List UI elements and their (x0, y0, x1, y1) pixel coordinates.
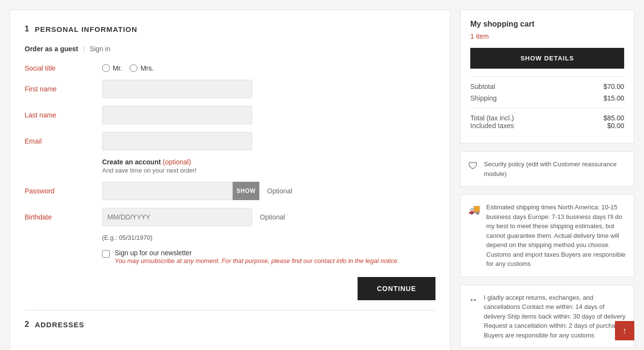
show-details-button[interactable]: SHOW DETAILS (470, 48, 624, 69)
continue-button[interactable]: CONTINUE (358, 277, 435, 300)
cart-totals: Subtotal $70.00 Shipping $15.00 Total (t… (470, 76, 624, 130)
social-title-options: Mr. Mrs. (102, 64, 154, 72)
password-optional-label: Optional (267, 187, 292, 195)
show-password-button[interactable]: SHOW (233, 182, 259, 200)
birthdate-label: Birthdate (25, 213, 102, 221)
step1-number: 1 (25, 25, 29, 33)
shipping-policy-card: 🚚 Estimated shipping times North America… (460, 194, 634, 277)
first-name-label: First name (25, 85, 102, 93)
step1-title: PERSONAL INFORMATION (35, 25, 137, 33)
mr-label: Mr. (113, 64, 122, 72)
mr-radio[interactable] (102, 64, 110, 72)
password-row: Password SHOW Optional (25, 182, 435, 200)
email-row: Email (25, 132, 435, 150)
truck-icon: 🚚 (468, 204, 480, 215)
last-name-row: Last name (25, 106, 435, 124)
security-policy-card: 🛡 Security policy (edit with Customer re… (460, 151, 634, 187)
cart-title: My shopping cart (470, 20, 624, 29)
security-policy-text: Security policy (edit with Customer reas… (484, 160, 626, 178)
total-value: $85.00 (603, 114, 624, 122)
shipping-value: $15.00 (603, 94, 624, 102)
shipping-row: Shipping $15.00 (470, 94, 624, 102)
birthdate-hint: (E.g.: 05/31/1970) (102, 234, 435, 241)
password-wrapper: SHOW (102, 182, 259, 200)
arrows-icon: ↔ (468, 294, 478, 305)
shield-icon: 🛡 (468, 160, 478, 172)
email-input[interactable] (102, 132, 252, 150)
create-account-title: Create an account (optional) (102, 158, 191, 166)
returns-policy-card: ↔ I gladly accept returns, exchanges, an… (460, 285, 634, 349)
sidebar: My shopping cart 1 item SHOW DETAILS Sub… (460, 10, 634, 350)
create-account-title-text: Create an account (102, 158, 161, 166)
subtotal-row: Subtotal $70.00 (470, 83, 624, 90)
step1-header: 1 PERSONAL INFORMATION (25, 25, 435, 33)
create-account-subtitle: And save time on your next order! (102, 167, 435, 174)
newsletter-row: Sign up for our newsletter You may unsub… (102, 249, 435, 265)
create-account-optional: (optional) (163, 158, 191, 166)
mrs-option[interactable]: Mrs. (130, 64, 153, 72)
signin-link[interactable]: Sign in (90, 45, 110, 53)
shipping-policy-text: Estimated shipping times North America: … (486, 203, 626, 269)
step2-header: 2 ADDRESSES (25, 310, 435, 329)
newsletter-label: Sign up for our newsletter (115, 249, 399, 257)
mr-option[interactable]: Mr. (102, 64, 122, 72)
birthdate-optional-label: Optional (260, 213, 285, 221)
newsletter-checkbox[interactable] (102, 250, 110, 258)
password-label: Password (25, 187, 102, 195)
shipping-label: Shipping (470, 94, 497, 102)
continue-btn-row: CONTINUE (25, 277, 435, 300)
step2-title: ADDRESSES (35, 321, 84, 329)
password-input[interactable] (102, 182, 233, 200)
subtotal-value: $70.00 (603, 83, 624, 90)
first-name-input[interactable] (102, 80, 252, 98)
taxes-row: Included taxes $0.00 (470, 122, 624, 130)
total-row: Total (tax incl.) $85.00 (470, 108, 624, 122)
step2-number: 2 (25, 320, 29, 329)
taxes-label: Included taxes (470, 122, 514, 130)
cart-card: My shopping cart 1 item SHOW DETAILS Sub… (460, 10, 634, 144)
birthdate-row: Birthdate Optional (25, 208, 435, 226)
social-title-label: Social title (25, 64, 102, 72)
guest-signin-bar: Order as a guest | Sign in (25, 45, 435, 53)
first-name-row: First name (25, 80, 435, 98)
newsletter-notice: You may unsubscribe at any moment. For t… (115, 257, 399, 264)
mrs-label: Mrs. (140, 64, 153, 72)
guest-label: Order as a guest (25, 45, 78, 53)
cart-items-count: 1 item (470, 32, 624, 40)
create-account-section: Create an account (optional) And save ti… (102, 158, 435, 174)
scroll-top-button[interactable]: ↑ (615, 321, 634, 340)
social-title-row: Social title Mr. Mrs. (25, 64, 435, 72)
taxes-value: $0.00 (607, 122, 624, 130)
returns-policy-text: I gladly accept returns, exchanges, and … (484, 293, 626, 340)
mrs-radio[interactable] (130, 64, 137, 72)
divider: | (83, 45, 85, 53)
total-label: Total (tax incl.) (470, 114, 514, 122)
newsletter-text-block: Sign up for our newsletter You may unsub… (115, 249, 399, 265)
main-content: 1 PERSONAL INFORMATION Order as a guest … (10, 10, 450, 350)
subtotal-label: Subtotal (470, 83, 495, 90)
email-label: Email (25, 137, 102, 145)
last-name-input[interactable] (102, 106, 252, 124)
birthdate-input[interactable] (102, 208, 252, 226)
last-name-label: Last name (25, 111, 102, 119)
